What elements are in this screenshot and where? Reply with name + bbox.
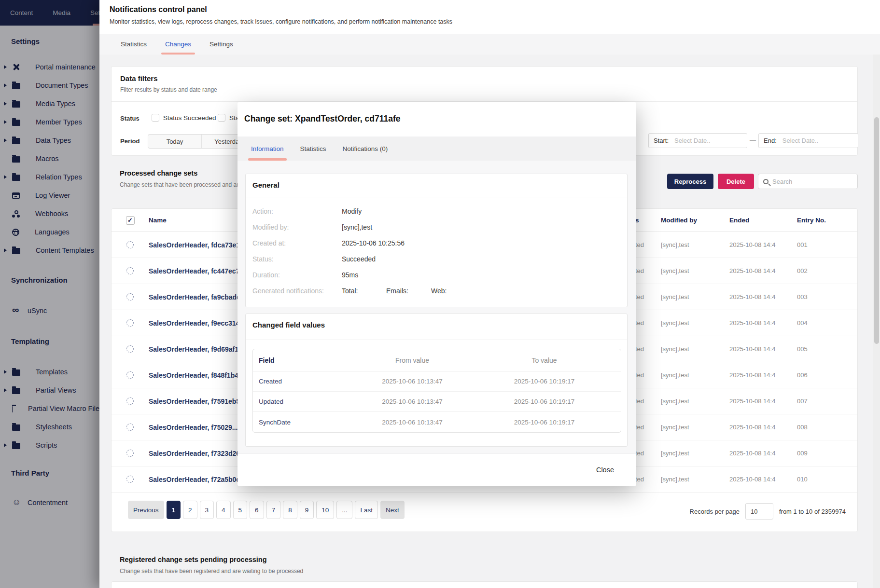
to-value-cell: 2025-10-06 10:19:17 — [468, 398, 621, 405]
page-button[interactable]: 1 — [167, 501, 181, 519]
info-value: 2025-10-06 10:25:56 — [342, 239, 620, 247]
search-box — [758, 174, 858, 189]
web-label: Web: — [431, 287, 620, 295]
tab-changes[interactable]: Changes — [165, 34, 191, 55]
from-value-cell: 2025-10-06 10:13:47 — [357, 419, 468, 426]
page-button[interactable]: ... — [336, 501, 352, 519]
records-per-page: Records per page from 1 to 10 of 2359974 — [690, 503, 846, 520]
page-button[interactable]: 2 — [183, 501, 197, 519]
scrollbar-thumb[interactable] — [874, 117, 879, 344]
info-value: 95ms — [342, 271, 620, 279]
end-date-placeholder: Select Date.. — [782, 137, 818, 144]
close-button[interactable]: Close — [596, 466, 614, 474]
records-per-page-input[interactable] — [745, 503, 773, 520]
ended-cell: 2025-10-08 14:4 — [729, 371, 797, 379]
registered-table-card — [111, 581, 858, 588]
page-button[interactable]: 6 — [250, 501, 264, 519]
modified-by-cell: [sync],test — [661, 424, 729, 431]
status-cell-clipped: ted — [635, 424, 661, 431]
search-input[interactable] — [772, 178, 845, 185]
changed-fields-title: Changed field values — [252, 321, 325, 329]
changed-field-row: SynchDate 2025-10-06 10:13:47 2025-10-06… — [253, 412, 621, 432]
entry-no-cell: 006 — [797, 371, 857, 379]
from-value-cell: 2025-10-06 10:13:47 — [357, 398, 468, 405]
ended-cell: 2025-10-08 14:4 — [729, 241, 797, 248]
date-range-dash: — — [750, 137, 756, 144]
start-date-input[interactable]: Start: Select Date.. — [648, 133, 747, 148]
end-date-input[interactable]: End: Select Date.. — [758, 133, 858, 148]
modified-by-cell: [sync],test — [661, 293, 729, 301]
pending-spinner-icon — [126, 476, 134, 483]
modal-tab-statistics[interactable]: Statistics — [300, 137, 326, 161]
previous-page-button[interactable]: Previous — [128, 501, 164, 519]
pending-spinner-icon — [126, 319, 134, 327]
pending-spinner-icon — [126, 424, 134, 431]
page-button[interactable]: 4 — [216, 501, 231, 519]
entry-no-cell: 004 — [797, 319, 857, 327]
status-succeeded-checkbox[interactable] — [152, 114, 159, 122]
ended-cell: 2025-10-08 14:4 — [729, 424, 797, 431]
entry-no-cell: 007 — [797, 397, 857, 405]
status-column-header-clipped: s — [635, 217, 661, 224]
ended-cell: 2025-10-08 14:4 — [729, 293, 797, 301]
modal-tab-information[interactable]: Information — [251, 137, 284, 161]
processed-section-subtitle: Change sets that have been processed and… — [120, 181, 238, 188]
tab-settings[interactable]: Settings — [210, 34, 233, 55]
select-all-checkbox[interactable]: ✓ — [126, 216, 135, 225]
page-title: Notifications control panel — [110, 5, 207, 14]
page-button[interactable]: 8 — [283, 501, 297, 519]
modified-by-cell: [sync],test — [661, 397, 729, 405]
period-option-today[interactable]: Today — [148, 135, 202, 148]
general-info-row: Status: Succeeded — [252, 251, 620, 267]
start-date-label: Start: — [654, 137, 669, 144]
ended-cell: 2025-10-08 14:4 — [729, 450, 797, 457]
scrollbar-track[interactable] — [873, 55, 880, 588]
tab-statistics[interactable]: Statistics — [121, 34, 147, 55]
page-button[interactable]: 3 — [200, 501, 214, 519]
pending-spinner-icon — [126, 293, 134, 301]
modal-tab-bar: Information Statistics Notifications (0) — [237, 137, 636, 161]
page-button[interactable]: 10 — [316, 501, 334, 519]
period-filter-label: Period — [120, 137, 140, 145]
end-date-label: End: — [764, 137, 777, 144]
changed-field-row: Created 2025-10-06 10:13:47 2025-10-06 1… — [253, 371, 621, 392]
status-succeeded-label: Status Succeeded — [163, 114, 216, 122]
status-cell-clipped: ted — [635, 476, 661, 483]
entry-no-cell: 009 — [797, 450, 857, 457]
page-button[interactable]: 7 — [266, 501, 281, 519]
info-label: Created at: — [252, 239, 342, 247]
search-icon — [763, 179, 768, 184]
pending-spinner-icon — [126, 450, 134, 457]
modal-tab-notifications[interactable]: Notifications (0) — [343, 137, 388, 161]
records-per-page-label: Records per page — [690, 508, 740, 515]
modified-by-cell: [sync],test — [661, 450, 729, 457]
entry-no-cell: 003 — [797, 293, 857, 301]
divider — [246, 340, 627, 340]
changed-fields-body: Created 2025-10-06 10:13:47 2025-10-06 1… — [253, 371, 621, 432]
info-label: Modified by: — [252, 223, 342, 231]
status-failed-checkbox[interactable] — [218, 114, 225, 122]
divider — [246, 197, 627, 197]
info-value: Succeeded — [342, 255, 620, 263]
page-button[interactable]: Last — [355, 501, 378, 519]
entry-no-column-header: Entry No. — [797, 217, 857, 224]
ended-cell: 2025-10-08 14:4 — [729, 397, 797, 405]
next-page-button[interactable]: Next — [380, 501, 405, 519]
main-tab-bar: Statistics Changes Settings — [99, 34, 880, 55]
modified-by-cell: [sync],test — [661, 319, 729, 327]
changed-field-row: Updated 2025-10-06 10:13:47 2025-10-06 1… — [253, 392, 621, 412]
modified-by-cell: [sync],test — [661, 345, 729, 353]
changed-field-values-card: Changed field values Field From value To… — [245, 314, 628, 447]
general-card: General Action: Modify Modified by: [syn… — [245, 174, 628, 307]
entry-no-cell: 005 — [797, 345, 857, 353]
entry-no-cell: 008 — [797, 424, 857, 431]
general-title: General — [252, 181, 279, 189]
page-button[interactable]: 5 — [233, 501, 248, 519]
page-button[interactable]: 9 — [300, 501, 314, 519]
processed-section-title: Processed change sets — [120, 169, 197, 177]
delete-button[interactable]: Delete — [718, 174, 754, 189]
general-info-row: Modified by: [sync],test — [252, 219, 620, 235]
pending-spinner-icon — [126, 267, 134, 274]
field-name-cell: Updated — [253, 398, 357, 405]
reprocess-button[interactable]: Reprocess — [667, 174, 713, 189]
